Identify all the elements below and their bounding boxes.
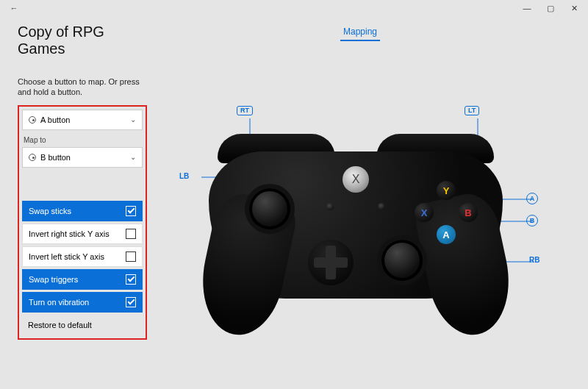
checkbox-icon (126, 251, 136, 262)
maximize-button[interactable]: ▢ (539, 1, 562, 15)
option-label: Restore to default (28, 321, 92, 329)
highlighted-settings-box: A button ⌄ Map to B button ⌄ Swap sticks… (18, 105, 147, 340)
button-icon (29, 154, 36, 161)
chevron-down-icon: ⌄ (130, 153, 136, 161)
badge-lb: LB (179, 172, 189, 180)
checkbox-icon (126, 206, 136, 216)
left-stick (249, 188, 290, 229)
checkbox-icon (126, 297, 136, 307)
controller-diagram: RT LT LB A B RB X Y B A X (150, 41, 570, 357)
face-button-x: X (415, 203, 434, 222)
page-title: Copy of RPG Games (18, 24, 150, 57)
left-panel: Copy of RPG Games Choose a button to map… (18, 16, 150, 389)
source-button-dropdown[interactable]: A button ⌄ (22, 110, 143, 130)
option-invert-right-y[interactable]: Invert right stick Y axis (22, 224, 143, 244)
option-label: Invert right stick Y axis (29, 229, 110, 238)
option-restore-default[interactable]: Restore to default (22, 315, 143, 335)
face-button-b: B (459, 203, 478, 222)
minimize-button[interactable]: — (516, 1, 538, 15)
dpad (308, 240, 354, 285)
option-label: Swap sticks (29, 207, 71, 215)
badge-b: B (526, 215, 538, 226)
tab-mapping[interactable]: Mapping (340, 24, 380, 41)
controller-illustration: X Y B A X (209, 129, 503, 321)
source-button-label: A button (40, 115, 70, 124)
badge-a: A (526, 193, 538, 204)
titlebar: ← — ▢ ✕ (0, 0, 588, 16)
option-label: Invert left stick Y axis (29, 252, 104, 261)
map-to-label: Map to (22, 133, 143, 147)
button-icon (29, 116, 36, 124)
face-button-a: A (437, 225, 456, 244)
target-button-dropdown[interactable]: B button ⌄ (22, 147, 143, 168)
option-label: Swap triggers (29, 275, 78, 284)
option-label: Turn on vibration (29, 298, 89, 307)
back-button[interactable]: ← (3, 1, 25, 15)
close-button[interactable]: ✕ (563, 1, 585, 15)
right-panel: Mapping RT LT LB A B RB (150, 16, 570, 389)
option-swap-sticks[interactable]: Swap sticks (22, 201, 143, 221)
chevron-down-icon: ⌄ (130, 115, 136, 124)
badge-rt: RT (237, 106, 253, 115)
target-button-label: B button (40, 153, 71, 162)
guide-button-icon: X (343, 166, 369, 193)
badge-rb: RB (529, 256, 539, 264)
instruction-text: Choose a button to map. Or press and hol… (18, 76, 143, 98)
checkbox-icon (126, 229, 136, 239)
option-swap-triggers[interactable]: Swap triggers (22, 269, 143, 290)
badge-lt: LT (465, 106, 479, 115)
option-turn-on-vibration[interactable]: Turn on vibration (22, 292, 143, 313)
face-button-y: Y (437, 181, 456, 200)
option-invert-left-y[interactable]: Invert left stick Y axis (22, 246, 143, 267)
checkbox-icon (126, 274, 136, 285)
